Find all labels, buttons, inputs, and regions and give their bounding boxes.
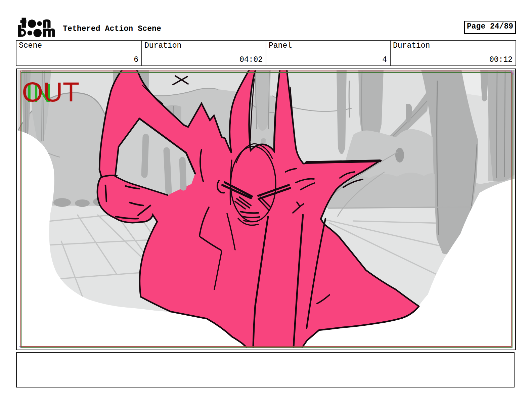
- svg-text:OUT: OUT: [22, 77, 79, 107]
